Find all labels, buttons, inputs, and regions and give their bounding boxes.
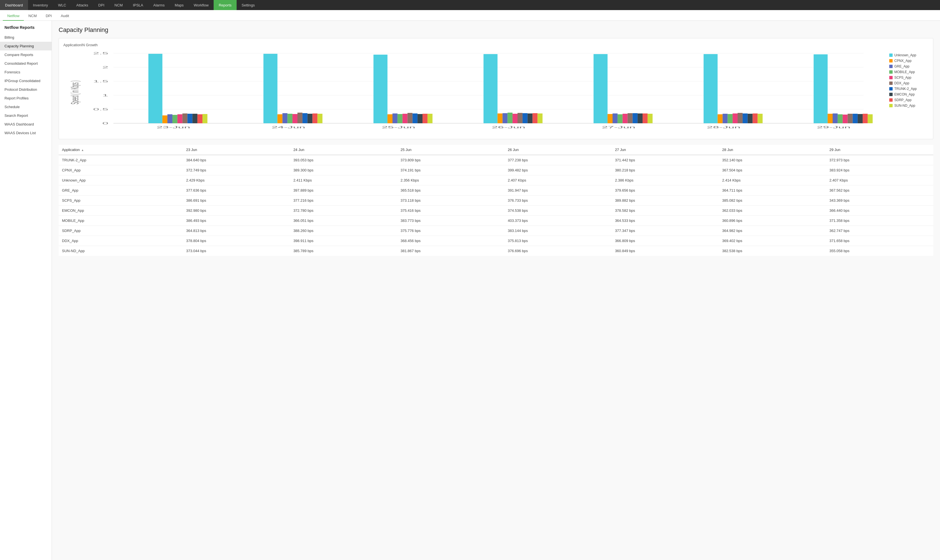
top-nav-item-workflow[interactable]: Workflow <box>189 0 214 10</box>
svg-rect-51 <box>513 114 518 123</box>
svg-rect-19 <box>182 114 188 123</box>
table-row: EMCON_App392.980 bps372.780 bps375.416 b… <box>59 206 933 216</box>
data-cell: 374.191 bps <box>397 165 504 175</box>
sidebar-item-schedule[interactable]: Schedule <box>0 103 52 111</box>
data-cell: 364.533 bps <box>612 216 719 226</box>
top-nav-item-settings[interactable]: Settings <box>237 0 260 10</box>
chart-inner: Speed ( in Kbps ) 2.5 2 1.5 1 0.5 <box>63 51 929 134</box>
sidebar-item-waas-dashboard[interactable]: WAAS Dashboard <box>0 120 52 129</box>
legend-color-swatch <box>889 59 892 63</box>
table-header-application: Application ▲ <box>59 145 183 155</box>
svg-text:Speed ( in Kbps ): Speed ( in Kbps ) <box>68 81 81 105</box>
app-name-cell: DDX_App <box>59 236 183 246</box>
data-cell: 399.482 bps <box>504 165 612 175</box>
data-cell: 372.780 bps <box>290 206 397 216</box>
svg-rect-60 <box>613 114 618 123</box>
chart-container: ApplicationIN Growth Speed ( in Kbps ) <box>59 38 933 139</box>
table-row: SCPS_App386.691 bps377.216 bps373.118 bp… <box>59 195 933 206</box>
sidebar-item-ipgroup-consolidated[interactable]: IPGroup Consolidated <box>0 77 52 85</box>
svg-rect-77 <box>753 114 758 123</box>
table-row: SDRP_App364.813 bps388.260 bps375.776 bp… <box>59 226 933 236</box>
data-cell: 389.300 bps <box>290 165 397 175</box>
legend-color-swatch <box>889 98 892 102</box>
data-cell: 355.058 bps <box>826 246 933 256</box>
data-cell: 393.053 bps <box>290 155 397 165</box>
sub-nav-item-netflow[interactable]: Netflow <box>3 11 24 21</box>
top-nav-item-dashboard[interactable]: Dashboard <box>0 0 28 10</box>
data-cell: 373.809 bps <box>397 155 504 165</box>
table-header-25-jun: 25 Jun <box>397 145 504 155</box>
sub-nav-item-audit[interactable]: Audit <box>56 11 74 21</box>
sidebar-item-consolidated-report[interactable]: Consolidated Report <box>0 59 52 68</box>
data-cell: 397.889 bps <box>290 185 397 195</box>
data-cell: 375.776 bps <box>397 226 504 236</box>
svg-rect-87 <box>858 114 863 123</box>
data-cell: 2.407 Kbps <box>826 175 933 185</box>
svg-text:1: 1 <box>102 94 108 97</box>
table-row: TRUNK-2_App384.640 bps393.053 bps373.809… <box>59 155 933 165</box>
data-cell: 375.416 bps <box>397 206 504 216</box>
svg-rect-17 <box>173 115 177 123</box>
top-nav-item-wlc[interactable]: WLC <box>53 0 71 10</box>
legend-color-swatch <box>889 65 892 68</box>
top-nav-item-attacks[interactable]: Attacks <box>71 0 93 10</box>
data-cell: 378.804 bps <box>183 236 290 246</box>
data-cell: 366.051 bps <box>290 216 397 226</box>
top-nav-item-alarms[interactable]: Alarms <box>148 0 170 10</box>
data-cell: 391.947 bps <box>504 185 612 195</box>
sidebar-item-compare-reports[interactable]: Compare Reports <box>0 51 52 59</box>
svg-text:2.5: 2.5 <box>93 52 108 55</box>
table-header-row: Application ▲23 Jun24 Jun25 Jun26 Jun27 … <box>59 145 933 155</box>
data-table: Application ▲23 Jun24 Jun25 Jun26 Jun27 … <box>59 145 933 256</box>
app-name-cell: EMCON_App <box>59 206 183 216</box>
sidebar-item-report-profiles[interactable]: Report Profiles <box>0 94 52 103</box>
data-cell: 362.747 bps <box>826 226 933 236</box>
data-cell: 403.373 bps <box>504 216 612 226</box>
sidebar-item-capacity-planning[interactable]: Capacity Planning <box>0 42 52 51</box>
table-header-26-jun: 26 Jun <box>504 145 612 155</box>
legend-color-swatch <box>889 70 892 74</box>
legend-item-ddx_app: DDX_App <box>889 81 929 85</box>
top-nav-item-reports[interactable]: Reports <box>214 0 237 10</box>
sub-nav-item-ncm[interactable]: NCM <box>24 11 41 21</box>
svg-rect-40 <box>402 114 408 123</box>
legend-item-cpnx_app: CPNX_App <box>889 59 929 63</box>
data-cell: 374.538 bps <box>504 206 612 216</box>
main-layout: Netflow Reports BillingCapacity Planning… <box>0 21 940 560</box>
svg-rect-32 <box>308 114 313 123</box>
legend-item-gre_app: GRE_App <box>889 65 929 68</box>
legend-item-sdrp_app: SDRP_App <box>889 98 929 102</box>
svg-rect-44 <box>422 114 427 123</box>
top-nav-item-maps[interactable]: Maps <box>170 0 189 10</box>
data-cell: 371.358 bps <box>826 216 933 226</box>
app-name-cell: SDRP_App <box>59 226 183 236</box>
top-nav-item-inventory[interactable]: Inventory <box>28 0 53 10</box>
svg-rect-34 <box>317 114 322 123</box>
sidebar-item-protocol-distribution[interactable]: Protocol Distribution <box>0 85 52 94</box>
table-row: DDX_App378.804 bps398.911 bps368.456 bps… <box>59 236 933 246</box>
svg-rect-64 <box>632 113 638 123</box>
svg-text:1.5: 1.5 <box>93 80 108 83</box>
legend-label: SCPS_App <box>894 75 911 80</box>
sidebar-item-forensics[interactable]: Forensics <box>0 68 52 77</box>
svg-rect-42 <box>412 114 418 123</box>
chart-title: ApplicationIN Growth <box>63 43 929 47</box>
svg-rect-71 <box>723 114 728 123</box>
sidebar-item-waas-devices-list[interactable]: WAAS Devices List <box>0 129 52 137</box>
data-cell: 371.658 bps <box>826 236 933 246</box>
svg-rect-16 <box>167 114 173 123</box>
top-nav-item-ncm[interactable]: NCM <box>109 0 128 10</box>
sub-nav-item-dpi[interactable]: DPI <box>41 11 56 21</box>
data-cell: 360.849 bps <box>612 246 719 256</box>
top-nav-item-ipsla[interactable]: IPSLA <box>128 0 148 10</box>
sidebar-item-billing[interactable]: Billing <box>0 33 52 42</box>
data-cell: 385.082 bps <box>719 195 826 206</box>
legend-color-swatch <box>889 54 892 57</box>
sidebar-item-search-report[interactable]: Search Report <box>0 111 52 120</box>
legend-label: Unknown_App <box>894 53 916 57</box>
svg-text:27-Jun: 27-Jun <box>602 126 635 129</box>
data-cell: 377.216 bps <box>290 195 397 206</box>
svg-rect-43 <box>418 114 422 123</box>
top-nav-item-dpi[interactable]: DPI <box>93 0 109 10</box>
svg-text:25-Jun: 25-Jun <box>382 126 415 129</box>
